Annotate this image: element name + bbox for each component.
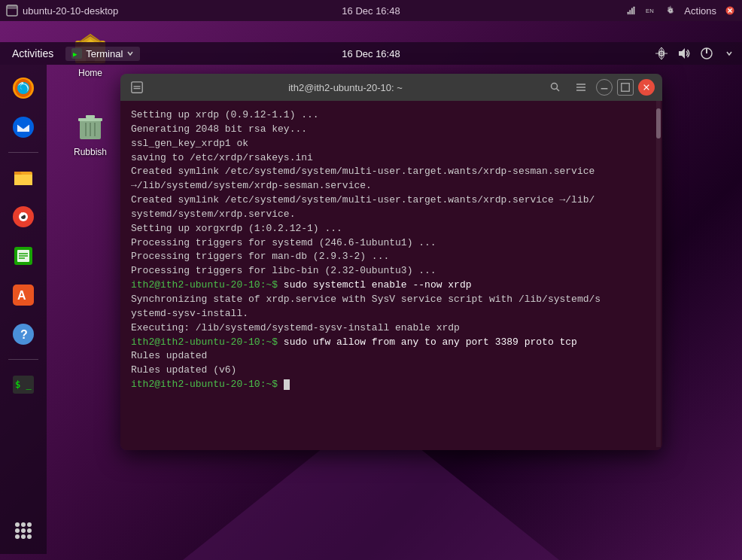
terminal-scrollbar[interactable] [656,101,661,447]
terminal-line: Synchronizing state of xrdp.service with… [131,293,652,307]
svg-rect-56 [132,82,142,93]
terminal-pin-button[interactable] [128,78,146,96]
sound-taskbar-icon[interactable] [677,47,691,60]
terminal-minimize-button[interactable] [596,79,613,96]
svg-rect-5 [634,7,635,15]
taskbar-terminal-button[interactable]: ▶ Terminal [65,47,140,61]
dock-item-files[interactable] [6,160,41,195]
terminal-line: Created symlink /etc/systemd/system/mult… [131,193,652,208]
terminal-line: ith2@ith2-ubuntu-20-10:~$ sudo systemctl… [131,278,652,293]
terminal-line: Rules updated [131,349,652,364]
terminal-menu-button[interactable] [570,79,591,96]
window-icon [6,5,18,17]
dock-item-libreoffice[interactable] [6,239,41,273]
power-taskbar-icon[interactable] [700,47,713,60]
svg-rect-1 [7,5,17,9]
keyboard-layout-icon[interactable]: EN [645,5,657,17]
chevron-down-icon [126,50,134,57]
taskbar-right-icons [655,47,736,60]
home-icon-label: Home [78,68,102,78]
svg-rect-52 [86,115,95,118]
terminal-line: ssl_gen_key_xrdp1 ok [131,137,652,151]
settings-icon[interactable] [664,5,677,17]
terminal-output: Setting up xrdp (0.9.12-1.1) ...Generati… [131,108,652,392]
terminal-body[interactable]: Setting up xrdp (0.9.12-1.1) ...Generati… [120,101,662,450]
svg-point-38 [21,522,26,527]
svg-point-43 [15,534,20,539]
svg-text:$ _: $ _ [15,379,32,390]
terminal-line: ystemd-sysv-install. [131,307,652,321]
svg-rect-58 [134,88,141,89]
terminal-line: Setting up xorgxrdp (1:0.2.12-1) ... [131,222,652,236]
terminal-line: Processing triggers for man-db (2.9.3-2)… [131,250,652,264]
taskbar: Activities ▶ Terminal 16 Dec 16:48 [0,42,742,65]
top-system-bar: ubuntu-20-10-desktop 16 Dec 16:48 EN [0,0,742,21]
svg-point-37 [15,522,20,527]
svg-point-40 [15,528,20,533]
terminal-search-button[interactable] [545,79,566,96]
svg-text:?: ? [20,328,28,341]
terminal-line: Processing triggers for libc-bin (2.32-0… [131,264,652,278]
terminal-line: saving to /etc/xrdp/rsakeys.ini [131,151,652,166]
terminal-taskbar-icon: ▶ [71,48,82,59]
application-dock: A ? $ _ [0,65,47,554]
svg-rect-3 [630,10,631,14]
svg-line-60 [557,89,560,92]
svg-point-39 [27,522,32,527]
svg-marker-15 [679,48,685,59]
terminal-line: systemd/system/xrdp.service. [131,208,652,222]
top-bar-datetime: 16 Dec 16:48 [342,5,400,17]
desktop: Activities ▶ Terminal 16 Dec 16:48 [0,21,742,560]
terminal-window: ith2@ith2-ubuntu-20-10: ~ [120,74,662,450]
actions-button[interactable]: Actions [684,5,716,17]
terminal-line: Executing: /lib/systemd/systemd-sysv-ins… [131,321,652,336]
svg-point-45 [27,534,32,539]
top-bar-right: EN Actions [625,5,736,17]
terminal-line: Processing triggers for systemd (246.6-1… [131,236,652,251]
svg-point-42 [27,528,32,533]
svg-point-20 [13,117,34,138]
terminal-close-button[interactable] [638,79,655,96]
svg-text:A: A [17,289,26,302]
dock-item-rhythmbox[interactable] [6,199,41,234]
terminal-scrollbar-thumb[interactable] [656,108,661,138]
terminal-window-controls [545,79,655,96]
terminal-titlebar: ith2@ith2-ubuntu-20-10: ~ [120,74,662,101]
terminal-title-text: ith2@ith2-ubuntu-20-10: ~ [152,82,539,93]
terminal-line: →/lib/systemd/system/xrdp-sesman.service… [131,179,652,193]
svg-rect-57 [134,86,141,87]
rubbish-icon-label: Rubbish [74,147,107,157]
svg-rect-51 [78,118,102,121]
terminal-maximize-button[interactable] [617,79,634,96]
dock-separator [8,152,38,153]
terminal-line: Created symlink /etc/systemd/system/mult… [131,165,652,179]
svg-rect-65 [622,84,630,92]
dock-item-software[interactable]: A [6,278,41,312]
terminal-line: Generating 2048 bit rsa key... [131,123,652,137]
desktop-icon-rubbish[interactable]: Rubbish [56,108,124,157]
svg-rect-2 [628,12,629,15]
dock-separator-2 [8,359,38,360]
svg-point-44 [21,534,26,539]
rubbish-bin-icon [72,108,108,144]
taskbar-datetime: 16 Dec 16:48 [342,48,400,59]
dock-item-help[interactable]: ? [6,317,41,352]
svg-rect-4 [631,8,633,15]
top-bar-left: ubuntu-20-10-desktop [6,5,118,17]
dock-item-firefox[interactable] [6,71,41,105]
dock-item-show-apps[interactable] [6,513,41,548]
terminal-line: Setting up xrdp (0.9.12-1.1) ... [131,108,652,123]
terminal-line: ith2@ith2-ubuntu-20-10:~$ [131,378,652,392]
activities-button[interactable]: Activities [6,46,59,61]
network-taskbar-icon[interactable] [655,47,668,60]
svg-text:▶: ▶ [73,50,78,58]
dock-item-thunderbird[interactable] [6,110,41,145]
dock-item-terminal[interactable]: $ _ [6,367,41,402]
top-bar-window-title: ubuntu-20-10-desktop [23,5,118,17]
svg-text:EN: EN [646,8,654,15]
network-icon[interactable] [625,5,637,17]
svg-point-59 [552,84,558,90]
terminal-line: Rules updated (v6) [131,364,652,378]
dropdown-taskbar-icon[interactable] [722,47,736,60]
close-top-button[interactable] [724,5,736,17]
